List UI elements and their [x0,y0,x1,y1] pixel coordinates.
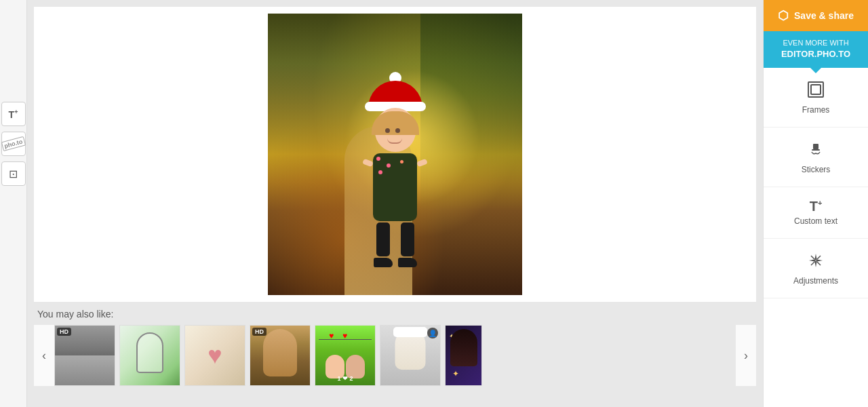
canvas-area: You may also like: ‹ HD [27,0,763,407]
text-tool-button[interactable]: T+ [1,102,26,126]
frames-tool-button[interactable]: Frames [764,68,868,128]
stickers-icon [806,140,825,161]
stickers-label: Stickers [802,165,831,174]
adjustments-tool-button[interactable]: Adjustments [764,239,868,298]
thumbnail-1[interactable]: HD [54,325,115,386]
frames-icon [806,80,825,102]
santa-hat [368,77,422,111]
promo-line1: EVEN MORE WITH [770,38,861,48]
text-tool-icon: T+ [9,109,18,120]
hd-badge-4: HD [252,328,267,336]
thumbnails-container: HD ♥ [54,325,736,386]
promo-arrow [810,68,821,73]
hd-badge-1: HD [57,328,71,336]
share-icon: ⬡ [778,8,789,23]
child-body [373,153,417,221]
stickers-tool-button[interactable]: Stickers [764,128,868,187]
suggestions-row: ‹ HD [34,325,756,386]
suggestions-area: You may also like: ‹ HD [34,302,756,407]
canvas-wrapper [34,7,756,302]
custom-text-tool-button[interactable]: T+ Custom text [764,187,868,239]
promo-line2: EDITOR.PHO.TO [781,49,850,59]
crop-tool-button[interactable]: ⊡ [1,161,26,186]
child-figure [341,77,450,267]
save-share-button[interactable]: ⬡ Save & share [764,0,868,31]
thumbnail-5[interactable]: ♥ ♥ 1 ❤ 2 [315,325,376,386]
custom-text-icon: T+ [810,199,823,213]
adjustments-icon [806,251,825,273]
crop-tool-icon: ⊡ [9,168,18,180]
thumbnail-4[interactable]: HD [250,325,311,386]
frames-label: Frames [802,105,830,115]
sticker-tool-icon: pho.to [1,136,26,151]
photo-canvas [268,14,522,295]
suggestions-label: You may also like: [34,309,756,319]
right-sidebar: ⬡ Save & share EVEN MORE WITH EDITOR.PHO… [763,0,868,407]
svg-rect-3 [813,144,818,149]
svg-rect-1 [811,85,821,94]
save-share-label: Save & share [794,10,854,21]
child-head [375,108,416,152]
editor-promo-banner[interactable]: EVEN MORE WITH EDITOR.PHO.TO [764,31,868,68]
thumbnail-2[interactable] [119,325,180,386]
child-legs [374,222,417,267]
thumbnail-6[interactable]: 👤 [380,325,441,386]
sticker-tool-button[interactable]: pho.to [1,132,26,156]
thumbnail-7[interactable]: ✦ ✦ ✦ [445,325,482,386]
thumbnail-3[interactable]: ♥ [184,325,245,386]
main-container: T+ pho.to ⊡ [0,0,868,407]
next-arrow-button[interactable]: › [736,325,756,386]
svg-rect-2 [812,149,820,151]
custom-text-label: Custom text [794,216,837,226]
prev-arrow-button[interactable]: ‹ [34,325,54,386]
left-sidebar: T+ pho.to ⊡ [0,0,27,407]
adjustments-label: Adjustments [793,276,838,286]
